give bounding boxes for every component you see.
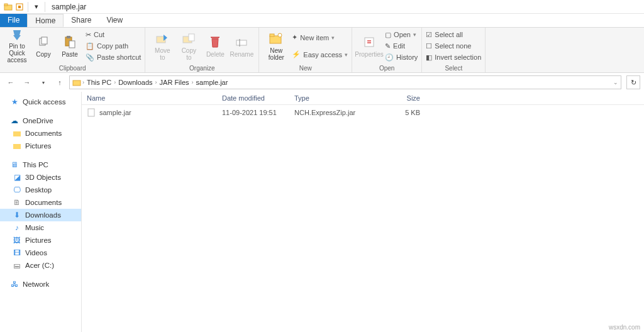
window-title: sample.jar bbox=[52, 3, 86, 11]
tab-share[interactable]: Share bbox=[64, 14, 99, 27]
tab-view[interactable]: View bbox=[99, 14, 130, 27]
file-list: Name Date modified Type Size sample.jar … bbox=[82, 92, 644, 332]
copy-icon bbox=[36, 35, 51, 50]
svg-rect-12 bbox=[236, 40, 247, 45]
up-button[interactable]: ↑ bbox=[53, 75, 67, 89]
pin-button[interactable]: Pin to Quickaccess bbox=[4, 29, 30, 63]
chevron-right-icon[interactable]: › bbox=[192, 79, 194, 86]
column-headers[interactable]: Name Date modified Type Size bbox=[82, 92, 644, 105]
nav-pane: ★Quick access ☁OneDrive Documents Pictur… bbox=[0, 92, 82, 332]
documents-icon: 🗎 bbox=[13, 198, 21, 207]
new-item-button[interactable]: ✦New item▾ bbox=[292, 32, 348, 43]
forward-button[interactable]: → bbox=[20, 75, 34, 89]
crumb-samplejar[interactable]: sample.jar bbox=[195, 77, 230, 87]
group-open: Properties ▢Open▾ ✎Edit 🕘History Open bbox=[352, 28, 422, 72]
cut-button[interactable]: ✂Cut bbox=[86, 29, 141, 40]
properties-button[interactable]: Properties bbox=[356, 29, 382, 63]
copy-path-button[interactable]: 📋Copy path bbox=[86, 40, 141, 52]
new-folder-button[interactable]: Newfolder bbox=[263, 29, 289, 63]
select-all-icon: ☑ bbox=[426, 31, 432, 39]
tab-file[interactable]: File bbox=[0, 14, 27, 27]
nav-pictures[interactable]: Pictures bbox=[0, 140, 81, 152]
move-to-button[interactable]: Moveto bbox=[149, 29, 175, 63]
crumb-jarfiles[interactable]: JAR Files bbox=[158, 77, 191, 87]
group-label: Select bbox=[422, 65, 485, 72]
network-icon: 🖧 bbox=[10, 280, 19, 289]
nav-downloads[interactable]: ⬇Downloads bbox=[0, 209, 81, 221]
edit-icon: ✎ bbox=[385, 42, 391, 50]
svg-rect-15 bbox=[270, 34, 274, 36]
folder-icon bbox=[72, 78, 81, 87]
delete-button[interactable]: Delete bbox=[202, 29, 228, 63]
svg-rect-17 bbox=[365, 38, 374, 47]
group-label: Organize bbox=[145, 65, 258, 72]
new-folder-icon bbox=[269, 31, 284, 46]
select-all-button[interactable]: ☑Select all bbox=[426, 29, 481, 40]
history-button[interactable]: 🕘History bbox=[385, 52, 418, 63]
recent-button[interactable]: ▾ bbox=[36, 75, 50, 89]
chevron-down-icon: ▾ bbox=[413, 31, 416, 38]
group-label: New bbox=[259, 65, 352, 72]
paste-shortcut-button[interactable]: 📎Paste shortcut bbox=[86, 52, 141, 63]
nav-documents[interactable]: Documents bbox=[0, 127, 81, 140]
group-organize: Moveto Copyto Delete Rename Organize bbox=[145, 28, 259, 72]
crumb-downloads[interactable]: Downloads bbox=[117, 77, 153, 87]
nav-quick-access[interactable]: ★Quick access bbox=[0, 96, 81, 108]
open-button[interactable]: ▢Open▾ bbox=[385, 29, 418, 40]
save-icon[interactable] bbox=[15, 3, 24, 11]
svg-rect-21 bbox=[88, 109, 94, 116]
group-label: Open bbox=[352, 65, 421, 72]
group-new: Newfolder ✦New item▾ ⚡Easy access▾ New bbox=[259, 28, 352, 72]
nav-3d-objects[interactable]: ◪3D Objects bbox=[0, 171, 81, 184]
select-none-button[interactable]: ☐Select none bbox=[426, 40, 481, 52]
file-icon bbox=[87, 108, 96, 117]
move-icon bbox=[155, 31, 170, 46]
nav-onedrive[interactable]: ☁OneDrive bbox=[0, 114, 81, 127]
desktop-icon: 🖵 bbox=[13, 185, 21, 194]
crumb-thispc[interactable]: This PC bbox=[86, 77, 113, 87]
pictures-icon: 🖼 bbox=[13, 236, 21, 245]
copy-button[interactable]: Copy bbox=[30, 29, 57, 63]
tab-home[interactable]: Home bbox=[27, 14, 64, 27]
table-row[interactable]: sample.jar 11-09-2021 19:51 NCH.ExpressZ… bbox=[82, 105, 644, 120]
nav-acer-c[interactable]: 🖴Acer (C:) bbox=[0, 259, 81, 272]
copy-to-button[interactable]: Copyto bbox=[175, 29, 202, 63]
pc-icon: 🖥 bbox=[10, 160, 19, 169]
col-type[interactable]: Type bbox=[294, 94, 382, 102]
nav-music[interactable]: ♪Music bbox=[0, 221, 81, 234]
breadcrumb[interactable]: › This PC › Downloads › JAR Files › samp… bbox=[69, 75, 621, 89]
chevron-down-icon[interactable]: ⌄ bbox=[613, 79, 618, 86]
chevron-right-icon[interactable]: › bbox=[155, 79, 157, 86]
easy-access-button[interactable]: ⚡Easy access▾ bbox=[292, 49, 348, 60]
nav-this-pc[interactable]: 🖥This PC bbox=[0, 158, 81, 171]
properties-icon bbox=[362, 35, 377, 50]
select-extras: ☑Select all ☐Select none ◧Invert selecti… bbox=[426, 29, 481, 63]
col-name[interactable]: Name bbox=[87, 94, 222, 102]
paste-icon bbox=[62, 35, 77, 50]
easy-access-icon: ⚡ bbox=[292, 50, 301, 58]
dropdown-icon[interactable]: ▾ bbox=[32, 3, 41, 11]
title-bar: ▾ sample.jar bbox=[0, 0, 644, 14]
chevron-right-icon[interactable]: › bbox=[114, 79, 116, 86]
ribbon: Pin to Quickaccess Copy Paste ✂Cut 📋Copy… bbox=[0, 28, 644, 73]
folder-icon bbox=[4, 3, 13, 11]
col-date[interactable]: Date modified bbox=[222, 94, 294, 102]
col-size[interactable]: Size bbox=[382, 94, 420, 102]
nav-pictures2[interactable]: 🖼Pictures bbox=[0, 234, 81, 246]
nav-desktop[interactable]: 🖵Desktop bbox=[0, 184, 81, 196]
music-icon: ♪ bbox=[13, 223, 21, 232]
edit-button[interactable]: ✎Edit bbox=[385, 40, 418, 52]
address-bar: ← → ▾ ↑ › This PC › Downloads › JAR File… bbox=[0, 73, 644, 92]
back-button[interactable]: ← bbox=[4, 75, 18, 89]
nav-network[interactable]: 🖧Network bbox=[0, 278, 81, 290]
svg-rect-5 bbox=[42, 37, 47, 44]
invert-icon: ◧ bbox=[426, 53, 432, 62]
nav-videos[interactable]: 🎞Videos bbox=[0, 246, 81, 259]
paste-button[interactable]: Paste bbox=[57, 29, 83, 63]
chevron-right-icon[interactable]: › bbox=[82, 79, 84, 86]
separator bbox=[45, 2, 45, 12]
rename-button[interactable]: Rename bbox=[228, 29, 255, 63]
nav-documents2[interactable]: 🗎Documents bbox=[0, 196, 81, 209]
invert-selection-button[interactable]: ◧Invert selection bbox=[426, 52, 481, 63]
refresh-button[interactable]: ↻ bbox=[626, 75, 640, 89]
